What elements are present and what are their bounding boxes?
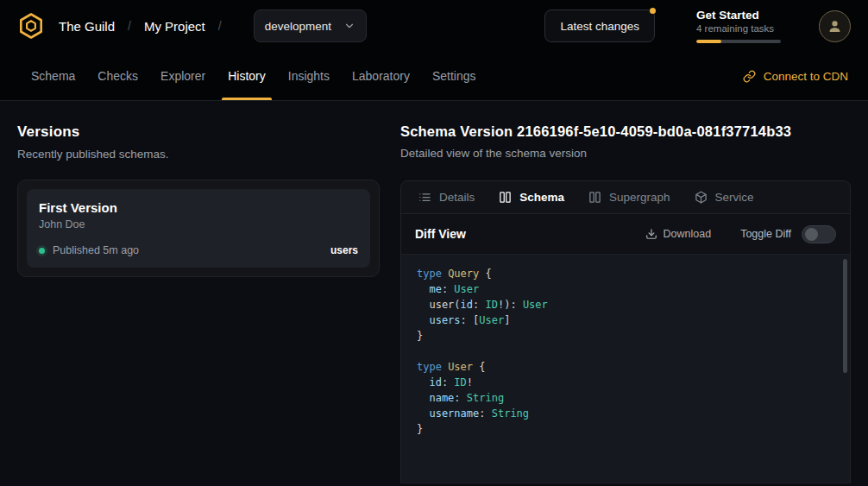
versions-title: Versions: [17, 123, 380, 141]
box-icon: [695, 191, 708, 204]
version-name: First Version: [39, 200, 358, 215]
breadcrumb-separator: /: [218, 19, 222, 33]
nav-tab-label: History: [228, 69, 266, 83]
code-line: user(id: ID!): User: [417, 297, 834, 312]
environment-select[interactable]: development: [254, 9, 367, 42]
toggle-diff-switch[interactable]: [802, 225, 836, 243]
detail-subtitle: Detailed view of the schema version: [400, 147, 851, 160]
breadcrumb-org[interactable]: The Guild: [59, 19, 115, 34]
latest-changes-button[interactable]: Latest changes: [544, 9, 655, 42]
download-label: Download: [664, 228, 712, 240]
version-detail-panel: Schema Version 2166196f-5e10-4059-bd0a-0…: [400, 123, 851, 483]
service-badge: users: [330, 244, 358, 256]
tab-label: Schema: [519, 191, 564, 204]
columns-icon: [588, 191, 601, 204]
code-line: }: [417, 328, 834, 344]
versions-subtitle: Recently published schemas.: [17, 148, 380, 161]
detail-tabs: Details Schema Supergraph Service: [401, 181, 850, 214]
columns-icon: [499, 191, 512, 204]
diff-header-row: Diff View Download Toggle Diff: [401, 214, 850, 255]
versions-card: First Version John Doe Published 5m ago …: [17, 180, 380, 277]
nav-tab-label: Explorer: [160, 69, 205, 83]
get-started-progress-fill: [696, 40, 721, 43]
detail-card: Details Schema Supergraph Service Diff V…: [400, 180, 851, 483]
detail-title: Schema Version 2166196f-5e10-4059-bd0a-0…: [400, 123, 851, 140]
published-dot-icon: [39, 248, 45, 254]
diff-view-title: Diff View: [415, 227, 466, 241]
environment-select-value: development: [265, 20, 331, 33]
get-started-subtitle: 4 remaining tasks: [696, 23, 781, 34]
tab-service[interactable]: Service: [682, 181, 766, 213]
breadcrumb-separator: /: [128, 19, 131, 33]
nav-tab-label: Schema: [31, 69, 75, 83]
version-status: Published 5m ago: [39, 244, 139, 256]
primary-nav: Schema Checks Explorer History Insights …: [0, 52, 868, 101]
link-icon: [743, 70, 756, 83]
get-started-progress-track: [696, 40, 781, 43]
schema-code-editor[interactable]: type Query { me: User user(id: ID!): Use…: [401, 255, 850, 483]
code-scrollbar-thumb[interactable]: [843, 259, 847, 373]
code-line: [417, 344, 834, 359]
get-started-widget[interactable]: Get Started 4 remaining tasks: [696, 9, 781, 43]
notification-dot: [650, 8, 656, 14]
code-line: type Query {: [417, 266, 834, 281]
nav-tab-explorer[interactable]: Explorer: [149, 52, 217, 100]
nav-tab-label: Insights: [288, 69, 330, 83]
latest-changes-label: Latest changes: [560, 20, 639, 33]
code-content: type Query { me: User user(id: ID!): Use…: [417, 266, 834, 437]
tab-label: Supergraph: [609, 191, 670, 204]
download-button[interactable]: Download: [645, 228, 712, 240]
code-line: type User {: [417, 359, 834, 375]
tab-label: Service: [715, 191, 754, 204]
breadcrumb-project[interactable]: My Project: [144, 19, 205, 34]
version-meta-row: Published 5m ago users: [39, 244, 358, 256]
connect-to-cdn-button[interactable]: Connect to CDN: [743, 52, 848, 100]
connect-to-cdn-label: Connect to CDN: [764, 70, 848, 83]
tab-schema[interactable]: Schema: [487, 181, 576, 213]
version-list-item[interactable]: First Version John Doe Published 5m ago …: [27, 189, 370, 268]
nav-tab-checks[interactable]: Checks: [86, 52, 149, 100]
code-line: username: String: [417, 406, 834, 421]
get-started-title: Get Started: [696, 9, 781, 22]
nav-tab-schema[interactable]: Schema: [20, 52, 86, 100]
user-icon: [827, 18, 843, 35]
nav-tab-history[interactable]: History: [217, 52, 277, 100]
toggle-knob: [805, 228, 818, 241]
code-line: id: ID!: [417, 375, 834, 390]
version-status-text: Published 5m ago: [53, 244, 139, 256]
list-icon: [418, 191, 431, 204]
nav-tab-settings[interactable]: Settings: [421, 52, 487, 100]
nav-tab-insights[interactable]: Insights: [277, 52, 341, 100]
download-icon: [645, 228, 657, 240]
code-line: }: [417, 421, 834, 437]
diff-actions: Download Toggle Diff: [645, 225, 836, 243]
hive-logo-icon[interactable]: [17, 12, 45, 40]
tab-supergraph[interactable]: Supergraph: [576, 181, 682, 213]
version-author: John Doe: [39, 218, 358, 230]
avatar[interactable]: [819, 10, 851, 42]
tab-details[interactable]: Details: [406, 181, 487, 213]
versions-panel: Versions Recently published schemas. Fir…: [17, 123, 380, 483]
nav-tab-label: Checks: [97, 69, 138, 83]
chevron-down-icon: [343, 20, 355, 32]
main-content: Versions Recently published schemas. Fir…: [0, 101, 868, 483]
code-line: name: String: [417, 390, 834, 406]
code-line: me: User: [417, 281, 834, 297]
tab-label: Details: [439, 191, 475, 204]
top-bar: The Guild / My Project / development Lat…: [0, 0, 868, 52]
nav-tab-laboratory[interactable]: Laboratory: [341, 52, 421, 100]
code-line: users: [User]: [417, 312, 834, 328]
nav-tab-label: Laboratory: [352, 69, 410, 83]
nav-tab-label: Settings: [432, 69, 476, 83]
toggle-diff-label: Toggle Diff: [740, 228, 791, 240]
